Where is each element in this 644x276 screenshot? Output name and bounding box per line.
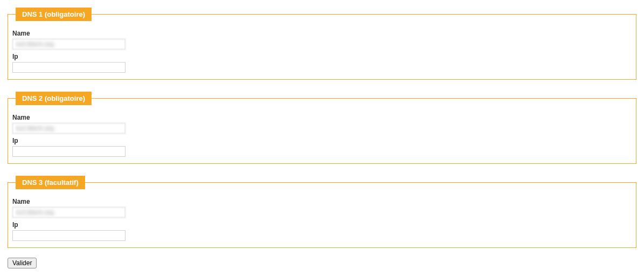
dns-3-ip-label: Ip [12, 221, 632, 229]
validate-button[interactable]: Valider [8, 258, 37, 268]
dns-2-name-input[interactable] [12, 123, 125, 134]
dns-2-ip-input[interactable] [12, 146, 125, 157]
dns-1-fieldset: DNS 1 (obligatoire) Name Ip [8, 8, 636, 80]
dns-3-ip-input[interactable] [12, 230, 125, 241]
dns-2-name-label: Name [12, 114, 632, 121]
dns-3-name-input[interactable] [12, 207, 125, 218]
dns-1-name-label: Name [12, 30, 632, 37]
dns-1-ip-input[interactable] [12, 62, 125, 73]
dns-1-ip-label: Ip [12, 53, 632, 60]
dns-3-fieldset: DNS 3 (facultatif) Name Ip [8, 176, 636, 248]
dns-1-legend: DNS 1 (obligatoire) [16, 8, 92, 21]
dns-2-fieldset: DNS 2 (obligatoire) Name Ip [8, 92, 636, 164]
dns-3-name-label: Name [12, 198, 632, 205]
dns-2-legend: DNS 2 (obligatoire) [16, 92, 92, 105]
dns-2-ip-label: Ip [12, 137, 632, 144]
submit-row: Valider [8, 258, 636, 268]
dns-3-legend: DNS 3 (facultatif) [16, 176, 85, 189]
dns-1-name-input[interactable] [12, 39, 125, 50]
